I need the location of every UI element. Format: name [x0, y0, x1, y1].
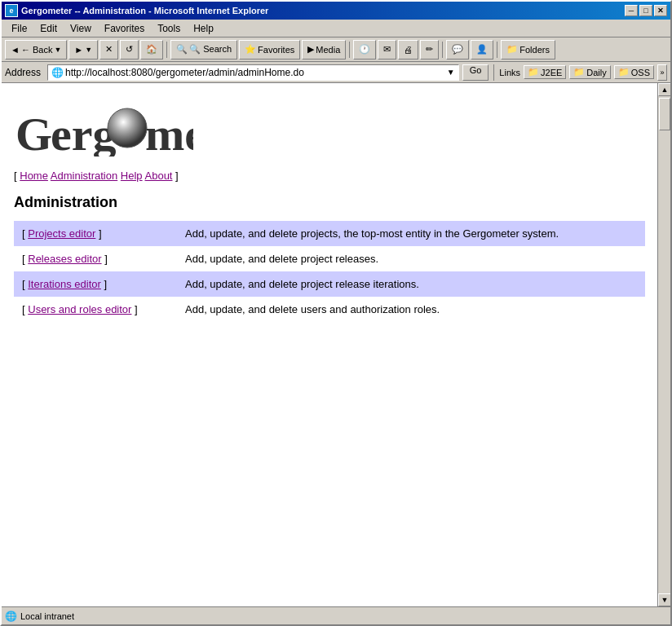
- forward-icon: ►: [74, 45, 83, 55]
- address-bar: Address 🌐 http://localhost:8080/gergomet…: [2, 62, 670, 83]
- close-button[interactable]: ✕: [654, 5, 667, 16]
- toolbar-separator-3: [442, 42, 443, 58]
- link-suffix: ]: [104, 253, 108, 265]
- scrollbar: ▲ ▼: [657, 83, 670, 606]
- menu-view[interactable]: View: [64, 21, 98, 36]
- toolbar-separator-1: [166, 42, 167, 58]
- folder-icon: 📁: [528, 67, 539, 77]
- search-button[interactable]: 🔍 🔍 Search: [170, 40, 237, 60]
- daily-link[interactable]: 📁 Daily: [569, 65, 610, 79]
- title-bar-buttons: ─ □ ✕: [625, 5, 667, 16]
- table-cell-desc: Add, update, and delete users and author…: [177, 297, 645, 322]
- maximize-button[interactable]: □: [639, 5, 652, 16]
- nav-admin-link[interactable]: Administration: [51, 170, 117, 182]
- status-bar: 🌐 Local intranet: [2, 606, 670, 624]
- home-button[interactable]: 🏠: [140, 40, 163, 60]
- back-dropdown-icon: ▼: [54, 46, 61, 54]
- j2ee-link[interactable]: 📁 J2EE: [524, 65, 566, 79]
- link-suffix: ]: [99, 227, 102, 240]
- iterations-editor-link[interactable]: Iterations editor: [28, 278, 101, 290]
- scroll-up-button[interactable]: ▲: [658, 83, 670, 96]
- content-area: G erg meter [ Home Administration Help: [2, 83, 670, 606]
- link-prefix: [: [22, 253, 25, 265]
- menu-edit[interactable]: Edit: [33, 21, 64, 36]
- table-cell-link: [ Iterations editor ]: [14, 271, 177, 297]
- page-content: G erg meter [ Home Administration Help: [2, 83, 657, 606]
- mail-button[interactable]: ✉: [378, 40, 396, 60]
- folders-icon: 📁: [506, 44, 518, 55]
- table-cell-link: [ Releases editor ]: [14, 246, 177, 271]
- scroll-down-button[interactable]: ▼: [658, 593, 670, 606]
- toolbar-separator-2: [349, 42, 350, 58]
- table-cell-desc: Add, update, and delete project releases…: [177, 246, 645, 271]
- status-text: Local intranet: [20, 611, 74, 621]
- forward-dropdown-icon: ▼: [85, 46, 92, 54]
- address-input[interactable]: 🌐 http://localhost:8080/gergometer/admin…: [47, 64, 459, 81]
- media-button[interactable]: ▶ Media: [302, 40, 346, 60]
- nav-bracket-open: [: [14, 170, 17, 182]
- table-row: [ Projects editor ] Add, update, and del…: [14, 221, 645, 246]
- toolbar: ◄ ← Back ▼ ► ▼ ✕ ↺ 🏠 🔍 🔍 Search ⭐ Favori…: [2, 37, 670, 62]
- back-icon: ◄: [11, 45, 20, 55]
- table-row: [ Releases editor ] Add, update, and del…: [14, 246, 645, 271]
- stop-button[interactable]: ✕: [99, 40, 118, 60]
- projects-editor-link[interactable]: Projects editor: [28, 227, 95, 240]
- page-heading: Administration: [14, 194, 645, 211]
- menu-bar: File Edit View Favorites Tools Help: [2, 20, 670, 37]
- messenger-button[interactable]: 👤: [471, 40, 493, 60]
- print-button[interactable]: 🖨: [398, 40, 418, 60]
- addr-sep: [493, 64, 494, 81]
- menu-favorites[interactable]: Favorites: [98, 21, 151, 36]
- browser-window: e Gergometer -- Administration - Microso…: [0, 0, 672, 626]
- discuss-button[interactable]: 💬: [446, 40, 469, 60]
- history-button[interactable]: 🕐: [353, 40, 376, 60]
- nav-bar: [ Home Administration Help About ]: [14, 170, 645, 182]
- folder-icon-3: 📁: [618, 67, 630, 77]
- scroll-track[interactable]: [658, 96, 670, 593]
- forward-button[interactable]: ► ▼: [69, 40, 98, 60]
- intranet-icon: 🌐: [5, 611, 17, 622]
- favorites-button[interactable]: ⭐ Favorites: [239, 40, 300, 60]
- link-prefix: [: [22, 227, 25, 240]
- edit-button[interactable]: ✏: [420, 40, 439, 60]
- scroll-thumb[interactable]: [659, 98, 670, 130]
- folders-button[interactable]: 📁 Folders: [501, 40, 555, 60]
- nav-bracket-close: ]: [175, 170, 179, 182]
- back-button[interactable]: ◄ ← Back ▼: [5, 40, 67, 60]
- link-prefix: [: [22, 303, 25, 315]
- toolbar-separator-4: [497, 42, 497, 58]
- link-prefix: [: [22, 278, 25, 290]
- nav-home-link[interactable]: Home: [20, 170, 48, 182]
- svg-point-2: [108, 108, 147, 148]
- svg-text:G: G: [15, 108, 52, 156]
- menu-tools[interactable]: Tools: [151, 21, 187, 36]
- logo-area: G erg meter: [14, 91, 645, 163]
- menu-help[interactable]: Help: [187, 21, 220, 36]
- go-button[interactable]: Go: [462, 64, 489, 81]
- window-title: Gergometer -- Administration - Microsoft…: [21, 6, 625, 15]
- oss-link[interactable]: 📁 OSS: [614, 65, 654, 79]
- table-row: [ Users and roles editor ] Add, update, …: [14, 297, 645, 322]
- folder-icon-2: 📁: [573, 67, 585, 77]
- table-row: [ Iterations editor ] Add, update, and d…: [14, 271, 645, 297]
- url-dropdown-icon: ▼: [447, 68, 455, 77]
- media-icon: ▶: [307, 44, 314, 55]
- users-roles-editor-link[interactable]: Users and roles editor: [28, 303, 131, 315]
- window-icon: e: [5, 4, 18, 17]
- admin-table: [ Projects editor ] Add, update, and del…: [14, 221, 645, 322]
- menu-file[interactable]: File: [5, 21, 33, 36]
- search-icon: 🔍: [176, 44, 188, 55]
- nav-about-link[interactable]: About: [145, 170, 173, 182]
- url-text: http://localhost:8080/gergometer/admin/a…: [65, 67, 304, 78]
- svg-text:erg: erg: [51, 108, 117, 156]
- releases-editor-link[interactable]: Releases editor: [28, 253, 101, 265]
- table-cell-desc: Add, update, and delete projects, the to…: [177, 221, 645, 246]
- refresh-button[interactable]: ↺: [120, 40, 139, 60]
- links-expand-button[interactable]: »: [657, 64, 667, 81]
- links-bar: Links 📁 J2EE 📁 Daily 📁 OSS »: [499, 64, 667, 81]
- table-cell-desc: Add, update, and delete project release …: [177, 271, 645, 297]
- minimize-button[interactable]: ─: [625, 5, 638, 16]
- nav-help-link[interactable]: Help: [121, 170, 143, 182]
- table-cell-link: [ Users and roles editor ]: [14, 297, 177, 322]
- link-suffix: ]: [135, 303, 138, 315]
